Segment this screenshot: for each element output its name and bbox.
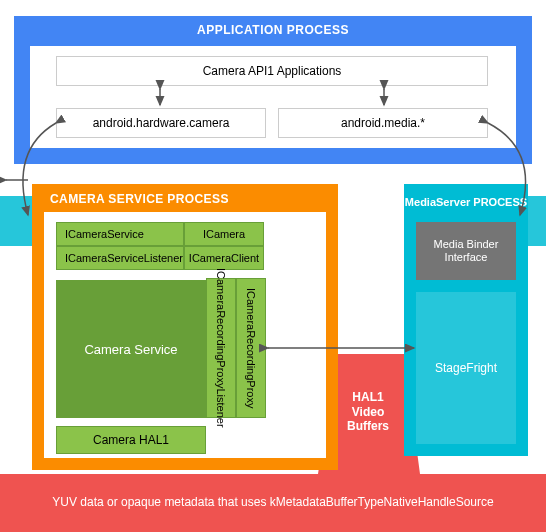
media-binder-interface-box: Media Binder Interface (416, 222, 516, 280)
icameraclient-box: ICameraClient (184, 246, 264, 270)
android-hardware-camera-box: android.hardware.camera (56, 108, 266, 138)
camera-api1-applications-box: Camera API1 Applications (56, 56, 488, 86)
camera-service-box: Camera Service (56, 280, 206, 418)
diagram-canvas: APPLICATION PROCESS Camera API1 Applicat… (0, 0, 546, 532)
footer-text: YUV data or opaque metadata that uses kM… (0, 486, 546, 520)
icamerarecordingproxylistener-box: ICameraRecordingProxyListener (206, 278, 236, 418)
icamera-box: ICamera (184, 222, 264, 246)
cyan-band-left (0, 196, 34, 246)
hal1-video-buffers-label: HAL1 Video Buffers (338, 370, 398, 454)
application-process-title: APPLICATION PROCESS (14, 18, 532, 42)
camera-hal1-box: Camera HAL1 (56, 426, 206, 454)
android-media-box: android.media.* (278, 108, 488, 138)
stagefright-box: StageFright (416, 292, 516, 444)
camera-service-process-title: CAMERA SERVICE PROCESS (44, 188, 324, 210)
icameraservicelistener-box: ICameraServiceListener (56, 246, 184, 270)
icamerarecordingproxy-box: ICameraRecordingProxy (236, 278, 266, 418)
cyan-band-right (528, 196, 546, 246)
icameraservice-box: ICameraService (56, 222, 184, 246)
mediaserver-process-title: MediaServer PROCESS (404, 188, 528, 218)
